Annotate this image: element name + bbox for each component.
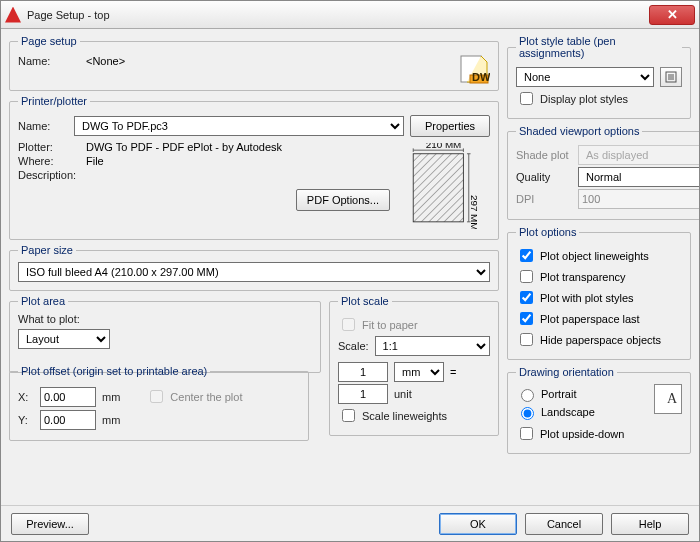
plot-area-legend: Plot area <box>18 295 68 307</box>
window-title: Page Setup - top <box>27 9 649 21</box>
offset-x-label: X: <box>18 391 34 403</box>
preview-width-label: 210 MM <box>426 143 462 150</box>
dwg-icon: DWG <box>458 53 490 85</box>
plot-transparency-checkbox[interactable] <box>520 270 533 283</box>
where-label: Where: <box>18 155 80 167</box>
opt-transparency-label: Plot transparency <box>540 271 626 283</box>
plot-offset-group: Plot offset (origin set to printable are… <box>9 365 309 441</box>
scale-select[interactable]: 1:1 <box>375 336 490 356</box>
landscape-label: Landscape <box>541 406 595 418</box>
fit-to-paper-checkbox <box>342 318 355 331</box>
plotter-value: DWG To PDF - PDF ePlot - by Autodesk <box>86 141 282 153</box>
portrait-radio[interactable] <box>521 389 534 402</box>
fit-to-paper-label: Fit to paper <box>362 319 418 331</box>
where-value: File <box>86 155 104 167</box>
orientation-icon <box>654 384 682 414</box>
preview-button[interactable]: Preview... <box>11 513 89 535</box>
autocad-app-icon <box>5 7 21 23</box>
printer-plotter-group: Printer/plotter Name: DWG To PDF.pc3 Pro… <box>9 95 499 240</box>
printer-legend: Printer/plotter <box>18 95 90 107</box>
opt-styles-label: Plot with plot styles <box>540 292 634 304</box>
display-plot-styles-label: Display plot styles <box>540 93 628 105</box>
paper-size-group: Paper size ISO full bleed A4 (210.00 x 2… <box>9 244 499 291</box>
plot-styles-checkbox[interactable] <box>520 291 533 304</box>
scale-label: Scale: <box>338 340 369 352</box>
printer-name-label: Name: <box>18 120 68 132</box>
what-to-plot-label: What to plot: <box>18 313 312 325</box>
ok-button[interactable]: OK <box>439 513 517 535</box>
opt-lineweights-label: Plot object lineweights <box>540 250 649 262</box>
plot-scale-legend: Plot scale <box>338 295 392 307</box>
pdf-options-button[interactable]: PDF Options... <box>296 189 390 211</box>
paper-size-select[interactable]: ISO full bleed A4 (210.00 x 297.00 MM) <box>18 262 490 282</box>
page-setup-group: Page setup Name: <None> DWG <box>9 35 499 91</box>
close-button[interactable]: ✕ <box>649 5 695 25</box>
quality-label: Quality <box>516 171 572 183</box>
titlebar: Page Setup - top ✕ <box>1 1 699 29</box>
offset-x-input[interactable] <box>40 387 96 407</box>
plot-options-legend: Plot options <box>516 226 579 238</box>
page-setup-name-label: Name: <box>18 55 80 67</box>
opt-paperspace-label: Plot paperspace last <box>540 313 640 325</box>
offset-x-mm: mm <box>102 391 120 403</box>
opt-hide-label: Hide paperspace objects <box>540 334 661 346</box>
properties-button[interactable]: Properties <box>410 115 490 137</box>
plot-style-legend: Plot style table (pen assignments) <box>516 35 682 59</box>
what-to-plot-select[interactable]: Layout <box>18 329 110 349</box>
paper-preview: 210 MM 297 MM <box>398 139 490 231</box>
plot-options-group: Plot options Plot object lineweights Plo… <box>507 226 691 360</box>
scale-units-select[interactable]: mm <box>394 362 444 382</box>
paper-size-legend: Paper size <box>18 244 76 256</box>
page-setup-legend: Page setup <box>18 35 80 47</box>
svg-text:DWG: DWG <box>472 71 490 83</box>
shade-plot-select: As displayed <box>578 145 699 165</box>
offset-y-mm: mm <box>102 414 120 426</box>
offset-y-label: Y: <box>18 414 34 426</box>
orientation-legend: Drawing orientation <box>516 366 617 378</box>
plot-paperspace-last-checkbox[interactable] <box>520 312 533 325</box>
scale-numerator-input[interactable] <box>338 362 388 382</box>
svg-text:297 MM: 297 MM <box>469 195 480 229</box>
offset-y-input[interactable] <box>40 410 96 430</box>
plot-scale-group: Plot scale Fit to paper Scale:1:1 mm= un… <box>329 295 499 436</box>
hide-paperspace-checkbox[interactable] <box>520 333 533 346</box>
orientation-group: Drawing orientation Portrait Landscape P… <box>507 366 691 454</box>
dpi-input <box>578 189 699 209</box>
scale-lineweights-label: Scale lineweights <box>362 410 447 422</box>
cancel-button[interactable]: Cancel <box>525 513 603 535</box>
description-label: Description: <box>18 169 80 181</box>
upside-down-label: Plot upside-down <box>540 428 624 440</box>
center-plot-checkbox <box>150 390 163 403</box>
shaded-legend: Shaded viewport options <box>516 125 642 137</box>
help-button[interactable]: Help <box>611 513 689 535</box>
plot-offset-legend: Plot offset (origin set to printable are… <box>18 365 210 377</box>
portrait-label: Portrait <box>541 388 576 400</box>
landscape-radio[interactable] <box>521 407 534 420</box>
shade-plot-label: Shade plot <box>516 149 572 161</box>
printer-name-select[interactable]: DWG To PDF.pc3 <box>74 116 404 136</box>
plot-area-group: Plot area What to plot: Layout <box>9 295 321 373</box>
scale-lineweights-checkbox[interactable] <box>342 409 355 422</box>
display-plot-styles-checkbox[interactable] <box>520 92 533 105</box>
equals-sign: = <box>450 366 456 378</box>
plot-style-group: Plot style table (pen assignments) None … <box>507 35 691 119</box>
plot-lineweights-checkbox[interactable] <box>520 249 533 262</box>
svg-rect-6 <box>413 154 463 222</box>
center-plot-label: Center the plot <box>170 391 242 403</box>
page-setup-name-value: <None> <box>86 55 125 67</box>
unit-label: unit <box>394 388 412 400</box>
plot-style-edit-button[interactable] <box>660 67 682 87</box>
dialog-footer: Preview... OK Cancel Help <box>1 505 699 541</box>
upside-down-checkbox[interactable] <box>520 427 533 440</box>
plot-style-select[interactable]: None <box>516 67 654 87</box>
dpi-label: DPI <box>516 193 572 205</box>
quality-select[interactable]: Normal <box>578 167 699 187</box>
scale-denominator-input[interactable] <box>338 384 388 404</box>
page-setup-dialog: Page Setup - top ✕ Page setup Name: <Non… <box>0 0 700 542</box>
plotter-label: Plotter: <box>18 141 80 153</box>
shaded-viewport-group: Shaded viewport options Shade plotAs dis… <box>507 125 699 220</box>
